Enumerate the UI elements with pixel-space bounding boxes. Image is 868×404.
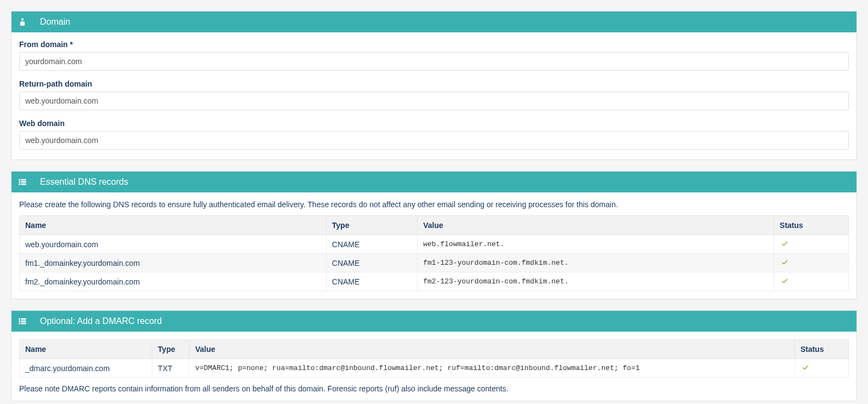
from-domain-label: From domain * xyxy=(19,40,849,49)
dns-cell-value: fm2-123-yourdomain-com.fmdkim.net. xyxy=(418,272,774,291)
dmarc-panel-header: Optional: Add a DMARC record xyxy=(12,311,856,332)
table-row: fm2._domainkey.yourdomain.comCNAMEfm2-12… xyxy=(20,272,849,291)
svg-rect-7 xyxy=(21,318,26,320)
dns-cell-name: web.yourdomain.com xyxy=(20,235,327,254)
web-domain-group: Web domain xyxy=(19,119,849,150)
dns-records-table: Name Type Value Status web.yourdomain.co… xyxy=(19,215,849,291)
dns-cell-type: CNAME xyxy=(326,254,417,272)
dmarc-footer-text: Please note DMARC reports contain inform… xyxy=(19,384,849,393)
svg-rect-9 xyxy=(21,321,26,322)
web-domain-input[interactable] xyxy=(19,131,849,150)
svg-rect-0 xyxy=(19,179,20,181)
dns-cell-status xyxy=(774,235,848,254)
dmarc-cell-status xyxy=(795,359,848,378)
dns-cell-status xyxy=(774,272,848,291)
svg-rect-10 xyxy=(19,323,20,325)
dmarc-cell-name: _dmarc.yourdomain.com xyxy=(20,359,152,378)
dns-table-header-row: Name Type Value Status xyxy=(20,216,849,235)
dmarc-cell-value: v=DMARC1; p=none; rua=mailto:dmarc@inbou… xyxy=(190,359,795,378)
from-domain-group: From domain * xyxy=(19,40,849,71)
domain-panel: Domain From domain * Return-path domain … xyxy=(11,11,857,160)
dmarc-panel-title: Optional: Add a DMARC record xyxy=(40,316,162,326)
dns-cell-type: CNAME xyxy=(326,272,417,291)
dns-cell-status xyxy=(774,254,848,272)
svg-rect-8 xyxy=(19,321,20,322)
svg-rect-11 xyxy=(21,323,26,325)
dns-cell-type: CNAME xyxy=(326,235,417,254)
dns-cell-name: fm2._domainkey.yourdomain.com xyxy=(20,272,327,291)
dmarc-cell-type: TXT xyxy=(152,359,190,378)
svg-rect-1 xyxy=(21,179,26,181)
svg-rect-4 xyxy=(19,184,20,185)
dns-header-value: Value xyxy=(418,216,774,235)
dns-header-type: Type xyxy=(326,216,417,235)
dns-cell-value: fm1-123-yourdomain-com.fmdkim.net. xyxy=(418,254,774,272)
dns-cell-value: web.flowmailer.net. xyxy=(418,235,774,254)
dns-header-name: Name xyxy=(20,216,327,235)
domain-panel-body: From domain * Return-path domain Web dom… xyxy=(12,32,856,160)
svg-rect-3 xyxy=(21,181,26,183)
dns-cell-name: fm1._domainkey.yourdomain.com xyxy=(20,254,327,272)
list-icon xyxy=(18,178,27,186)
dmarc-panel-body: Name Type Value Status _dmarc.yourdomain… xyxy=(12,332,856,401)
person-icon xyxy=(18,18,27,26)
dns-intro-text: Please create the following DNS records … xyxy=(19,200,849,209)
check-icon xyxy=(780,240,790,247)
svg-rect-5 xyxy=(21,184,26,185)
dns-panel-title: Essential DNS records xyxy=(40,177,128,187)
dns-panel-body: Please create the following DNS records … xyxy=(12,192,856,299)
return-path-group: Return-path domain xyxy=(19,79,849,110)
from-domain-input[interactable] xyxy=(19,52,849,71)
dns-header-status: Status xyxy=(774,216,848,235)
check-icon xyxy=(780,277,790,284)
domain-panel-title: Domain xyxy=(40,17,70,27)
dmarc-header-status: Status xyxy=(795,340,848,359)
dns-panel-header: Essential DNS records xyxy=(12,172,856,192)
return-path-label: Return-path domain xyxy=(19,79,849,88)
dmarc-records-table: Name Type Value Status _dmarc.yourdomain… xyxy=(19,339,849,378)
web-domain-label: Web domain xyxy=(19,119,849,128)
domain-panel-header: Domain xyxy=(12,12,856,32)
dmarc-header-value: Value xyxy=(190,340,795,359)
return-path-input[interactable] xyxy=(19,92,849,110)
check-icon xyxy=(801,363,810,371)
dmarc-table-header-row: Name Type Value Status xyxy=(20,340,849,359)
table-row: fm1._domainkey.yourdomain.comCNAMEfm1-12… xyxy=(20,254,849,272)
svg-rect-6 xyxy=(19,318,20,320)
dmarc-header-name: Name xyxy=(20,340,152,359)
list-icon xyxy=(18,317,27,326)
dmarc-header-type: Type xyxy=(152,340,190,359)
check-icon xyxy=(780,258,790,266)
svg-rect-2 xyxy=(19,181,20,183)
table-row: web.yourdomain.comCNAMEweb.flowmailer.ne… xyxy=(20,235,849,254)
table-row: _dmarc.yourdomain.comTXTv=DMARC1; p=none… xyxy=(20,359,849,378)
dmarc-panel: Optional: Add a DMARC record Name Type V… xyxy=(11,310,857,401)
dns-panel: Essential DNS records Please create the … xyxy=(11,171,857,299)
